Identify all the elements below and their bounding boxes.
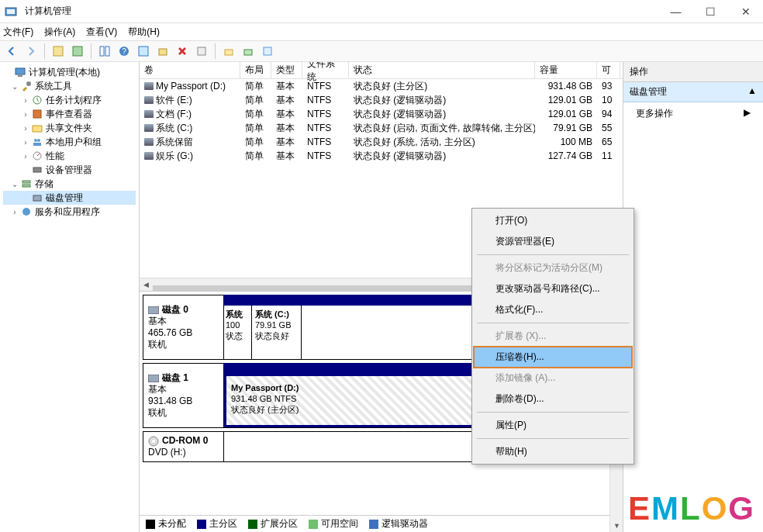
- titlebar: 计算机管理 — ☐ ✕: [0, 0, 763, 23]
- svg-rect-26: [22, 185, 30, 187]
- center-pane: 卷 布局 类型 文件系统 状态 容量 可 My Passport (D:)简单基…: [140, 62, 623, 532]
- toolbar-btn-10[interactable]: [240, 43, 257, 60]
- tree-event-viewer[interactable]: ›事件查看器: [3, 107, 136, 121]
- toolbar-btn-3[interactable]: [96, 43, 113, 60]
- ctx-format[interactable]: 格式化(F)...: [474, 299, 632, 320]
- toolbar-btn-11[interactable]: [259, 43, 276, 60]
- partition[interactable]: 系统 100 状态: [224, 306, 252, 359]
- actions-section[interactable]: 磁盘管理 ▲: [623, 82, 763, 102]
- toolbar-delete-icon[interactable]: [174, 43, 191, 60]
- toolbar-btn-8[interactable]: [193, 43, 210, 60]
- tree-system-tools[interactable]: ⌄系统工具: [3, 79, 136, 93]
- collapse-icon[interactable]: ⌄: [9, 82, 20, 91]
- arrow-right-icon: ▶: [744, 107, 751, 120]
- drive-icon: [144, 152, 154, 160]
- volume-row[interactable]: 文档 (F:)简单基本NTFS状态良好 (逻辑驱动器)129.01 GB94: [140, 107, 623, 121]
- drive-icon: [144, 96, 154, 104]
- volume-row[interactable]: My Passport (D:)简单基本NTFS状态良好 (主分区)931.48…: [140, 79, 623, 93]
- toolbar-separator: [44, 43, 45, 59]
- ctx-properties[interactable]: 属性(P): [474, 415, 632, 436]
- svg-rect-14: [16, 68, 25, 74]
- col-free[interactable]: 可: [597, 62, 620, 78]
- toolbar-btn-5[interactable]: [135, 43, 152, 60]
- tree-local-users[interactable]: ›本地用户和组: [3, 135, 136, 149]
- watermark: EMLOG: [628, 490, 755, 527]
- minimize-button[interactable]: —: [658, 0, 693, 23]
- disk-info[interactable]: 磁盘 0 基本 465.76 GB 联机: [143, 295, 223, 360]
- forward-button[interactable]: [22, 43, 40, 60]
- tree-performance[interactable]: ›性能: [3, 149, 136, 163]
- tree-label: 服务和应用程序: [35, 206, 100, 219]
- back-button[interactable]: [3, 43, 20, 60]
- partition[interactable]: 系统 (C:) 79.91 GB 状态良好: [252, 306, 302, 359]
- disk-info[interactable]: 磁盘 1 基本 931.48 GB 联机: [143, 363, 223, 428]
- expand-icon[interactable]: ›: [9, 208, 20, 216]
- folder-icon: [31, 122, 43, 134]
- tree-disk-management[interactable]: 磁盘管理: [3, 191, 136, 205]
- scroll-down-icon[interactable]: ▼: [610, 519, 623, 532]
- collapse-icon[interactable]: ⌄: [9, 180, 20, 188]
- tree-label: 存储: [35, 178, 54, 191]
- tree-shared-folders[interactable]: ›共享文件夹: [3, 121, 136, 135]
- toolbar-btn-6[interactable]: [154, 43, 171, 60]
- expand-icon[interactable]: ›: [20, 124, 31, 133]
- menu-file[interactable]: 文件(F): [3, 26, 33, 39]
- expand-icon[interactable]: ›: [20, 138, 31, 147]
- disk-info[interactable]: CD-ROM 0 DVD (H:): [143, 431, 223, 462]
- menu-action[interactable]: 操作(A): [44, 26, 75, 39]
- volume-name: 系统保留: [156, 136, 193, 149]
- volume-row[interactable]: 娱乐 (G:)简单基本NTFS状态良好 (逻辑驱动器)127.74 GB11: [140, 149, 623, 163]
- ctx-shrink[interactable]: 压缩卷(H)...: [474, 347, 632, 368]
- toolbar-btn-2[interactable]: [69, 43, 86, 60]
- toolbar: ?: [0, 40, 763, 62]
- close-button[interactable]: ✕: [728, 0, 763, 23]
- menu-view[interactable]: 查看(V): [86, 26, 117, 39]
- svg-rect-11: [225, 50, 233, 55]
- tree-label: 性能: [46, 150, 64, 163]
- menu-separator: [477, 323, 629, 323]
- book-icon: [31, 108, 43, 120]
- help-icon[interactable]: ?: [116, 43, 133, 60]
- app-icon: [5, 5, 17, 18]
- ctx-extend[interactable]: 扩展卷 (X)...: [474, 326, 632, 347]
- col-type[interactable]: 类型: [271, 62, 302, 78]
- volume-row[interactable]: 系统 (C:)简单基本NTFS状态良好 (启动, 页面文件, 故障转储, 主分区…: [140, 121, 623, 135]
- scroll-left-icon[interactable]: ◀: [140, 278, 153, 292]
- tree-label: 本地用户和组: [46, 136, 102, 149]
- toolbar-btn-1[interactable]: [50, 43, 67, 60]
- ctx-explorer[interactable]: 资源管理器(E): [474, 231, 632, 252]
- toolbar-btn-9[interactable]: [220, 43, 237, 60]
- col-volume[interactable]: 卷: [140, 62, 240, 78]
- ctx-open[interactable]: 打开(O): [474, 210, 632, 231]
- menu-help[interactable]: 帮助(H): [128, 26, 160, 39]
- tree-task-scheduler[interactable]: ›任务计划程序: [3, 93, 136, 107]
- col-fs[interactable]: 文件系统: [302, 62, 349, 78]
- volume-row[interactable]: 系统保留简单基本NTFS状态良好 (系统, 活动, 主分区)100 MB65: [140, 135, 623, 149]
- svg-rect-24: [33, 168, 41, 172]
- tree-label: 共享文件夹: [46, 122, 92, 135]
- expand-icon[interactable]: ›: [20, 110, 31, 119]
- clock-icon: [31, 94, 43, 106]
- ctx-mark-active[interactable]: 将分区标记为活动分区(M): [474, 257, 632, 278]
- tree-root[interactable]: 计算机管理(本地): [3, 65, 136, 79]
- col-layout[interactable]: 布局: [240, 62, 271, 78]
- tree-services[interactable]: ›服务和应用程序: [3, 205, 136, 219]
- ctx-mirror[interactable]: 添加镜像 (A)...: [474, 368, 632, 389]
- cdrom-icon: [148, 436, 159, 447]
- col-capacity[interactable]: 容量: [535, 62, 597, 78]
- menubar: 文件(F) 操作(A) 查看(V) 帮助(H): [0, 23, 763, 40]
- maximize-button[interactable]: ☐: [693, 0, 728, 23]
- volume-row[interactable]: 软件 (E:)简单基本NTFS状态良好 (逻辑驱动器)129.01 GB10: [140, 93, 623, 107]
- tree-storage[interactable]: ⌄存储: [3, 177, 136, 191]
- scroll-thumb[interactable]: [153, 285, 518, 292]
- ctx-delete[interactable]: 删除卷(D)...: [474, 389, 632, 409]
- ctx-help[interactable]: 帮助(H): [474, 441, 632, 462]
- svg-rect-15: [18, 75, 22, 77]
- ctx-change-letter[interactable]: 更改驱动器号和路径(C)...: [474, 278, 632, 299]
- expand-icon[interactable]: ›: [20, 152, 31, 161]
- col-status[interactable]: 状态: [349, 62, 535, 78]
- actions-more[interactable]: 更多操作 ▶: [623, 102, 763, 125]
- expand-icon[interactable]: ›: [20, 96, 31, 105]
- svg-rect-13: [264, 47, 271, 55]
- tree-device-manager[interactable]: 设备管理器: [3, 163, 136, 177]
